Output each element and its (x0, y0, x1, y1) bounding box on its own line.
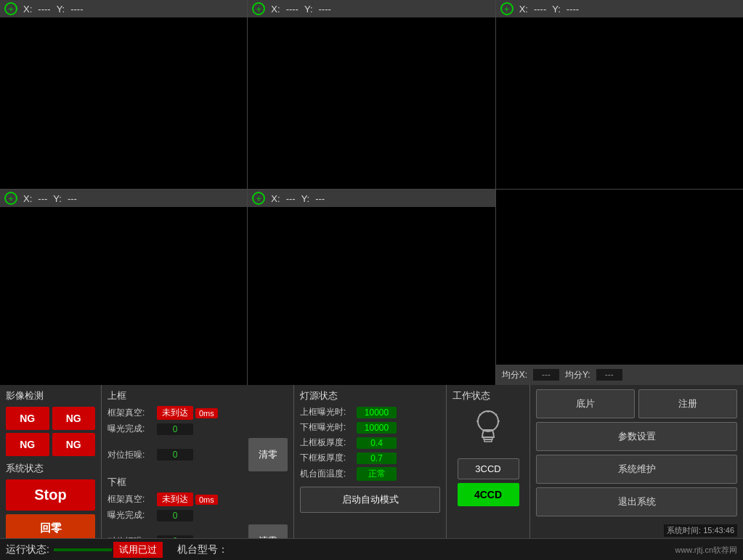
machine-label: 机台型号： (177, 543, 228, 556)
cam3-y-label: Y: (552, 4, 561, 15)
camera-header-1: + X: ---- Y: ---- (0, 0, 247, 17)
system-state-label: 系统状态 (6, 462, 95, 475)
crosshair-icon-3: + (500, 2, 513, 15)
right-camera-column: 均分X: --- 均分Y: --- (496, 189, 743, 385)
camera-view-3 (496, 17, 743, 189)
upper-clear-button[interactable]: 清零 (248, 438, 288, 471)
camera-panel-5: + X: --- Y: --- (248, 189, 495, 385)
cam4-x-value: --- (38, 193, 47, 204)
camera-header-5: + X: --- Y: --- (248, 190, 495, 207)
svg-rect-2 (484, 439, 492, 442)
svg-point-0 (478, 411, 498, 431)
action-buttons-section: 底片 注册 参数设置 系统维护 退出系统 (530, 385, 743, 538)
avg-scores-bar: 均分X: --- 均分Y: --- (496, 365, 743, 385)
imaging-section: 影像检测 NG NG NG NG 系统状态 Stop 回零 (0, 385, 102, 538)
trial-badge: 试用已过 (113, 542, 163, 558)
system-time: 系统时间: 15:43:46 (664, 524, 737, 537)
camera-view-1 (0, 17, 247, 189)
camera-panel-1: + X: ---- Y: ---- (0, 0, 248, 189)
lower-exp-value: 10000 (357, 422, 397, 434)
upper-frame-label: 上框 (107, 389, 288, 402)
cam3-x-label: X: (519, 4, 528, 15)
camera-panel-2: + X: ---- Y: ---- (248, 0, 495, 189)
cam1-y-value: ---- (70, 4, 83, 15)
light-bulb-icon (474, 408, 503, 451)
avg-x-value: --- (533, 369, 559, 381)
avg-x-label: 均分X: (502, 369, 527, 381)
camera-header-2: + X: ---- Y: ---- (248, 0, 495, 17)
ng-btn-2[interactable]: NG (52, 407, 96, 430)
camera-header-4: + X: --- Y: --- (0, 190, 247, 207)
cam1-y-label: Y: (57, 4, 65, 15)
cam5-y-value: --- (315, 193, 325, 204)
ng-btn-4[interactable]: NG (52, 433, 96, 456)
cam3-y-value: ---- (567, 4, 579, 15)
camera-view-5 (248, 207, 495, 385)
cam1-x-value: ---- (38, 4, 50, 15)
cam5-x-value: --- (286, 193, 296, 204)
upper-exposure-value: 0 (157, 423, 193, 435)
stop-button[interactable]: Stop (6, 479, 95, 511)
light-source-label: 灯源状态 (300, 389, 440, 402)
cam2-y-label: Y: (304, 4, 313, 15)
cam4-y-label: Y: (53, 193, 62, 204)
cam5-x-label: X: (271, 193, 280, 204)
cam2-x-value: ---- (286, 4, 299, 15)
upper-thick-label: 上框板厚度: (300, 437, 357, 449)
lower-exposure-value: 0 (157, 510, 193, 522)
lower-vacuum-ms: 0ms (195, 495, 218, 505)
maintain-button[interactable]: 系统维护 (536, 455, 737, 484)
lower-frame-label: 下框 (107, 476, 288, 489)
upper-exp-label: 上框曝光时: (300, 406, 357, 418)
watermark: www.rjtj.cn软荐网 (675, 544, 737, 555)
ccd4-button[interactable]: 4CCD (458, 483, 519, 506)
temp-value: 正常 (357, 467, 397, 481)
ccd3-button[interactable]: 3CCD (458, 458, 519, 479)
cam4-x-label: X: (23, 193, 32, 204)
upper-vacuum-value: 未到达 (157, 406, 193, 420)
film-button[interactable]: 底片 (536, 389, 635, 418)
lower-exp-label: 下框曝光时: (300, 421, 357, 434)
camera-panel-3: + X: ---- Y: ---- (496, 0, 743, 189)
upper-frame-section: 上框 框架真空: 未到达 0ms 曝光完成: 0 对位拒噪: 0 清零 下框 框… (102, 385, 294, 538)
temp-label: 机台面温度: (300, 468, 357, 480)
camera-header-3: + X: ---- Y: ---- (496, 0, 743, 17)
upper-align-value: 0 (157, 449, 193, 460)
upper-exposure-label: 曝光完成: (107, 423, 157, 435)
cam4-y-value: --- (68, 193, 77, 204)
crosshair-icon-4: + (4, 192, 17, 205)
lower-vacuum-value: 未到达 (157, 492, 193, 506)
lower-thick-value: 0.7 (357, 453, 397, 464)
lower-exposure-label: 曝光完成: (107, 509, 157, 522)
ng-btn-3[interactable]: NG (6, 433, 49, 456)
light-source-section: 灯源状态 上框曝光时: 10000 下框曝光时: 10000 上框板厚度: 0.… (294, 385, 447, 538)
upper-thick-value: 0.4 (357, 437, 397, 449)
crosshair-icon-2: + (252, 2, 265, 15)
camera-panel-4: + X: --- Y: --- (0, 189, 248, 385)
lower-thick-label: 下框板厚度: (300, 452, 357, 464)
status-bar: 运行状态: 试用已过 机台型号： www.rjtj.cn软荐网 (0, 538, 743, 560)
camera-view-4 (0, 207, 247, 385)
auto-mode-button[interactable]: 启动自动模式 (300, 487, 440, 513)
run-state-label: 运行状态: (6, 543, 49, 556)
camera-view-right (496, 190, 743, 365)
cam5-y-label: Y: (301, 193, 310, 204)
avg-y-label: 均分Y: (565, 369, 590, 381)
upper-vacuum-ms: 0ms (195, 408, 218, 418)
ng-btn-1[interactable]: NG (6, 407, 49, 430)
avg-y-value: --- (596, 369, 622, 381)
crosshair-icon-5: + (252, 192, 265, 205)
upper-vacuum-label: 框架真空: (107, 407, 157, 419)
run-state-value (54, 548, 112, 551)
params-button[interactable]: 参数设置 (536, 422, 737, 451)
register-button[interactable]: 注册 (638, 389, 737, 418)
imaging-label: 影像检测 (6, 389, 95, 402)
exit-button[interactable]: 退出系统 (536, 487, 737, 516)
cam1-x-label: X: (23, 4, 32, 15)
camera-view-2 (248, 17, 495, 189)
cam3-x-value: ---- (534, 4, 546, 15)
work-state-section: 工作状态 3CCD 4CCD (447, 385, 530, 538)
upper-align-label: 对位拒噪: (107, 449, 157, 461)
lower-vacuum-label: 框架真空: (107, 493, 157, 506)
cam2-y-value: ---- (319, 4, 331, 15)
